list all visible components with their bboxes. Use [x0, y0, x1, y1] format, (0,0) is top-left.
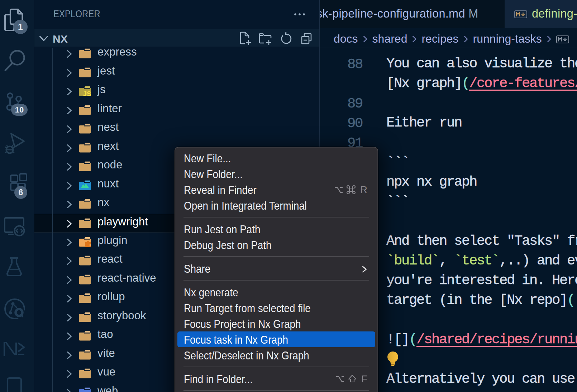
svg-text:JS: JS: [83, 90, 91, 96]
